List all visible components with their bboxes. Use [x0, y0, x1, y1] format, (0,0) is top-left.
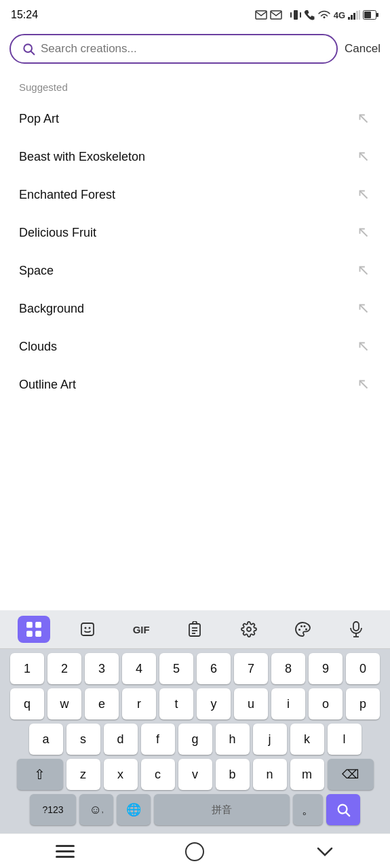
key-m[interactable]: m: [290, 759, 324, 790]
battery-icon: [363, 10, 379, 20]
key-1[interactable]: 1: [10, 653, 44, 684]
key-f[interactable]: f: [141, 724, 175, 755]
key-z[interactable]: z: [66, 759, 100, 790]
svg-line-14: [31, 52, 35, 55]
nav-back-button[interactable]: [305, 841, 345, 863]
key-r[interactable]: r: [122, 688, 156, 719]
key-5[interactable]: 5: [159, 653, 193, 684]
key-2[interactable]: 2: [47, 653, 81, 684]
key-o[interactable]: o: [309, 688, 343, 719]
keyboard-toolbar-clipboard[interactable]: [178, 616, 211, 643]
list-item[interactable]: Beast with Exoskeleton: [0, 138, 390, 176]
key-i[interactable]: i: [271, 688, 305, 719]
svg-point-36: [300, 625, 303, 627]
svg-rect-39: [353, 622, 359, 631]
key-x[interactable]: x: [104, 759, 138, 790]
svg-rect-9: [359, 10, 360, 20]
key-4[interactable]: 4: [122, 653, 156, 684]
key-q[interactable]: q: [10, 688, 44, 719]
key-v[interactable]: v: [178, 759, 212, 790]
keyboard-toolbar-emoji-grid[interactable]: [18, 616, 50, 643]
key-row-numbers: 1 2 3 4 5 6 7 8 9 0: [3, 653, 387, 684]
suggestion-text: Enchanted Forest: [19, 188, 115, 202]
key-g[interactable]: g: [178, 724, 212, 755]
suggestion-text: Delicious Fruit: [19, 226, 96, 240]
arrow-up-left-icon: [356, 301, 371, 316]
key-l[interactable]: l: [328, 724, 362, 755]
key-a[interactable]: a: [29, 724, 63, 755]
list-item[interactable]: Clouds: [0, 328, 390, 366]
key-j[interactable]: j: [253, 724, 287, 755]
svg-rect-1: [271, 11, 281, 19]
status-icons: 4G: [255, 9, 379, 21]
keyboard-rows: 1 2 3 4 5 6 7 8 9 0 q w e r t y u i o p …: [0, 649, 390, 833]
key-s[interactable]: s: [66, 724, 100, 755]
key-7[interactable]: 7: [234, 653, 268, 684]
key-c[interactable]: c: [141, 759, 175, 790]
phone-icon: [304, 9, 315, 20]
list-item[interactable]: Outline Art: [0, 366, 390, 403]
arrow-up-left-icon: [356, 339, 371, 354]
key-dot[interactable]: 。: [293, 794, 323, 825]
svg-rect-44: [56, 845, 75, 847]
key-9[interactable]: 9: [309, 653, 343, 684]
key-3[interactable]: 3: [85, 653, 119, 684]
keyboard-toolbar-palette[interactable]: [286, 616, 319, 643]
svg-line-16: [360, 153, 368, 161]
cancel-button[interactable]: Cancel: [345, 42, 381, 56]
key-row-asdf: a s d f g h j k l: [3, 724, 387, 755]
key-symbols[interactable]: ?123: [30, 794, 76, 825]
grid-icon: [26, 621, 42, 637]
list-item[interactable]: Background: [0, 290, 390, 328]
key-row-zxcv: ⇧ z x c v b n m ⌫: [3, 759, 387, 790]
key-search[interactable]: [326, 794, 360, 825]
list-item[interactable]: Delicious Fruit: [0, 214, 390, 252]
key-space[interactable]: 拼音: [154, 794, 290, 825]
arrow-up-left-icon: [356, 377, 371, 392]
search-input-wrapper[interactable]: [9, 34, 338, 64]
keyboard-toolbar-mic[interactable]: [340, 616, 372, 643]
key-row-qwerty: q w e r t y u i o p: [3, 688, 387, 719]
list-item[interactable]: Pop Art: [0, 100, 390, 138]
nav-home-button[interactable]: [174, 841, 215, 863]
keyboard-area: GIF: [0, 610, 390, 868]
svg-line-21: [360, 343, 368, 351]
svg-rect-27: [81, 623, 94, 635]
key-6[interactable]: 6: [197, 653, 231, 684]
key-b[interactable]: b: [216, 759, 250, 790]
signal-icon: [348, 10, 360, 20]
list-item[interactable]: Enchanted Forest: [0, 176, 390, 214]
key-w[interactable]: w: [47, 688, 81, 719]
key-e[interactable]: e: [85, 688, 119, 719]
search-input[interactable]: [41, 42, 326, 56]
keyboard-toolbar-settings[interactable]: [233, 616, 265, 643]
key-globe[interactable]: 🌐: [117, 794, 151, 825]
svg-rect-25: [26, 631, 33, 637]
nav-bar: [0, 833, 390, 868]
svg-line-17: [360, 191, 368, 199]
nav-menu-button[interactable]: [45, 841, 85, 863]
key-emoji[interactable]: ☺,: [79, 794, 113, 825]
key-n[interactable]: n: [253, 759, 287, 790]
key-t[interactable]: t: [159, 688, 193, 719]
suggestions-label: Suggested: [0, 81, 390, 100]
svg-rect-5: [348, 17, 350, 20]
key-backspace[interactable]: ⌫: [328, 759, 374, 790]
arrow-up-left-icon: [356, 187, 371, 202]
key-shift[interactable]: ⇧: [17, 759, 63, 790]
keyboard-toolbar-sticker[interactable]: [71, 616, 104, 643]
suggestions-section: Suggested Pop Art Beast with Exoskeleton…: [0, 71, 390, 403]
key-d[interactable]: d: [104, 724, 138, 755]
key-u[interactable]: u: [234, 688, 268, 719]
keyboard-toolbar-gif[interactable]: GIF: [125, 616, 157, 643]
key-p[interactable]: p: [346, 688, 380, 719]
key-y[interactable]: y: [197, 688, 231, 719]
key-h[interactable]: h: [216, 724, 250, 755]
key-k[interactable]: k: [290, 724, 324, 755]
svg-rect-12: [376, 13, 378, 17]
svg-rect-3: [290, 12, 292, 18]
search-key-icon: [336, 802, 351, 817]
key-8[interactable]: 8: [271, 653, 305, 684]
key-0[interactable]: 0: [346, 653, 380, 684]
list-item[interactable]: Space: [0, 252, 390, 290]
